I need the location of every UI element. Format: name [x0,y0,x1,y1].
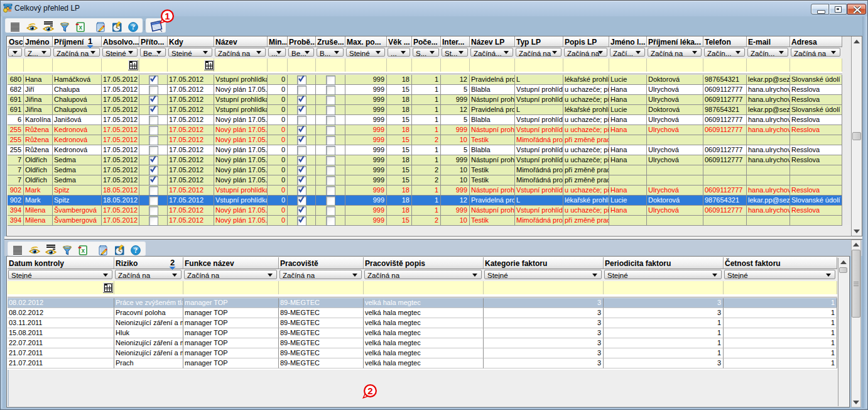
svg-text:2: 2 [367,385,372,396]
svg-text:?: ? [134,247,138,254]
svg-text:?: ? [131,23,135,31]
svg-text:x: x [79,24,83,31]
svg-text:x: x [82,247,85,254]
svg-text:1: 1 [88,36,92,46]
svg-text:1: 1 [165,11,170,21]
svg-text:2: 2 [170,258,175,267]
